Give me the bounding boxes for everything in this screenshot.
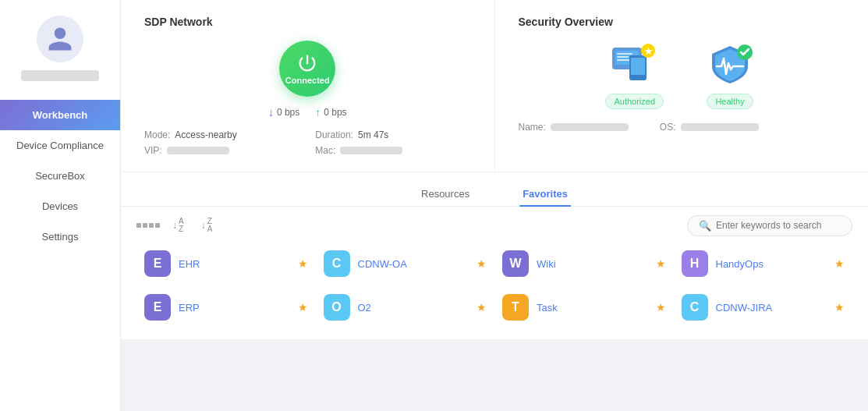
app-item[interactable]: O O2 ★ [316, 288, 495, 327]
authorized-icon: ★ [608, 41, 662, 87]
sidebar-item-device-compliance[interactable]: Device Compliance [0, 130, 120, 161]
app-icon: E [144, 294, 171, 321]
star-icon[interactable]: ★ [477, 301, 487, 314]
sidebar-item-settings[interactable]: Settings [0, 221, 120, 252]
app-item[interactable]: C CDNW-OA ★ [316, 244, 495, 283]
app-icon: C [682, 294, 708, 321]
sort-za-button[interactable]: ↓ ZA [197, 214, 218, 236]
security-panel: Security Overview [495, 0, 869, 172]
app-column-2: W Wiki ★ T Task ★ [494, 244, 674, 327]
sidebar-item-devices[interactable]: Devices [0, 191, 120, 221]
name-detail: Name: [519, 122, 629, 133]
security-items: ★ Authorized [519, 41, 845, 109]
healthy-icon [703, 41, 757, 87]
mode-row: Mode: Access-nearby [144, 129, 299, 140]
security-item-healthy: Healthy [703, 41, 757, 109]
upload-bps: ↑ 0 bps [315, 106, 346, 119]
app-item[interactable]: E EHR ★ [136, 244, 316, 283]
star-icon[interactable]: ★ [834, 301, 845, 314]
app-item[interactable]: C CDNW-JIRA ★ [674, 288, 853, 327]
sdp-panel: SDP Network Connected ↓ 0 bps ↑ 0 bps [121, 0, 495, 172]
sdp-title: SDP Network [144, 16, 471, 28]
app-name: CDNW-JIRA [716, 302, 827, 314]
download-bps: ↓ 0 bps [268, 106, 299, 119]
star-icon[interactable]: ★ [656, 301, 666, 314]
tabs-header: Resources Favorites [121, 172, 868, 207]
svg-rect-4 [617, 59, 631, 61]
bps-row: ↓ 0 bps ↑ 0 bps [268, 106, 347, 119]
star-icon[interactable]: ★ [298, 301, 308, 314]
app-name: HandyOps [716, 258, 827, 270]
app-column-3: H HandyOps ★ C CDNW-JIRA ★ [674, 244, 853, 327]
star-icon[interactable]: ★ [298, 257, 308, 270]
os-detail: OS: [660, 122, 759, 133]
svg-text:★: ★ [643, 46, 652, 57]
tabs-section: Resources Favorites ↓ AZ ↓ ZA 🔍 [121, 172, 868, 339]
duration-row: Duration: 5m 47s [315, 129, 470, 140]
app-icon: W [502, 250, 529, 277]
upload-arrow-icon: ↑ [315, 106, 321, 119]
search-box[interactable]: 🔍 [687, 215, 852, 236]
app-name: Wiki [537, 258, 648, 270]
security-item-authorized: ★ Authorized [605, 41, 664, 109]
download-arrow-icon: ↓ [268, 106, 274, 119]
vip-value-bar [167, 147, 229, 154]
avatar [37, 16, 83, 62]
security-title: Security Overview [519, 16, 845, 28]
star-icon[interactable]: ★ [656, 257, 666, 270]
app-icon: T [502, 294, 529, 321]
app-item[interactable]: H HandyOps ★ [674, 244, 853, 283]
name-value-bar [551, 123, 629, 131]
grid-view-icon[interactable] [136, 223, 160, 228]
app-item[interactable]: E ERP ★ [136, 288, 316, 327]
healthy-badge: Healthy [707, 94, 753, 109]
search-icon: 🔍 [699, 220, 711, 232]
sidebar: Workbench Device Compliance SecureBox De… [0, 0, 121, 411]
svg-rect-6 [631, 58, 645, 75]
app-item[interactable]: W Wiki ★ [494, 244, 674, 283]
user-name-bar [21, 70, 99, 81]
search-input[interactable] [716, 220, 841, 231]
sdp-content: Connected ↓ 0 bps ↑ 0 bps Mode: Acces [144, 41, 471, 156]
vip-row: VIP: [144, 145, 299, 156]
mac-row: Mac: [315, 145, 470, 156]
app-name: EHR [179, 258, 290, 270]
main-content: SDP Network Connected ↓ 0 bps ↑ 0 bps [121, 0, 868, 411]
security-details: Name: OS: [519, 122, 845, 133]
sort-az-button[interactable]: ↓ AZ [168, 214, 189, 236]
toolbar: ↓ AZ ↓ ZA 🔍 [121, 207, 868, 244]
app-icon: O [324, 294, 350, 321]
sidebar-item-workbench[interactable]: Workbench [0, 100, 120, 130]
app-name: Task [537, 302, 648, 314]
app-column-0: E EHR ★ E ERP ★ [136, 244, 316, 327]
authorized-badge: Authorized [605, 94, 664, 109]
os-value-bar [681, 123, 759, 131]
app-grid: E EHR ★ E ERP ★ C CDNW-OA ★ O O2 ★ W Wik… [121, 244, 868, 339]
app-column-1: C CDNW-OA ★ O O2 ★ [316, 244, 495, 327]
mac-value-bar [340, 147, 402, 154]
sdp-info: Mode: Access-nearby Duration: 5m 47s VIP… [144, 129, 471, 156]
star-icon[interactable]: ★ [477, 257, 487, 270]
app-item[interactable]: T Task ★ [494, 288, 674, 327]
svg-rect-3 [617, 56, 629, 58]
top-panels: SDP Network Connected ↓ 0 bps ↑ 0 bps [121, 0, 868, 172]
app-name: ERP [179, 302, 290, 314]
app-icon: C [324, 250, 350, 277]
star-icon[interactable]: ★ [834, 257, 845, 270]
connected-label: Connected [285, 76, 330, 85]
app-icon: H [682, 250, 708, 277]
tab-favorites[interactable]: Favorites [519, 182, 571, 206]
sidebar-item-securebox[interactable]: SecureBox [0, 161, 120, 191]
app-icon: E [144, 250, 171, 277]
power-button[interactable]: Connected [279, 41, 335, 97]
svg-rect-2 [617, 53, 632, 55]
app-name: CDNW-OA [358, 258, 469, 270]
app-name: O2 [358, 302, 469, 314]
tab-resources[interactable]: Resources [418, 182, 473, 206]
